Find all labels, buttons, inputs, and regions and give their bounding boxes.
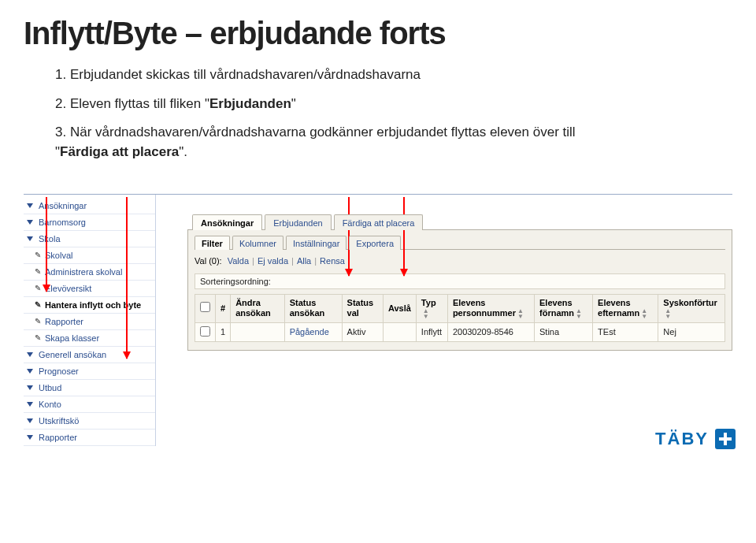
tab[interactable]: Erbjudanden (265, 214, 331, 230)
sort-icon: ▲▼ (641, 308, 647, 319)
tab[interactable]: Färdiga att placera (334, 214, 424, 230)
sidebar-item[interactable]: ✎Hantera inflytt och byte (24, 297, 155, 314)
arrow-icon (126, 197, 128, 359)
filter-tab[interactable]: Kolumner (232, 236, 284, 250)
table-header[interactable]: Ändra ansökan (231, 294, 285, 322)
selection-prefix: Val (0): (195, 256, 222, 266)
table-header: # (216, 294, 231, 322)
table-cell: 1 (216, 322, 231, 341)
content-panel: FilterKolumnerInställningarExportera Val… (187, 230, 732, 351)
brand-logo: TÄBY (655, 429, 736, 449)
table-cell: Pågående (284, 322, 342, 341)
select-all-checkbox[interactable] (200, 302, 210, 312)
app-screenshot: AnsökningarBarnomsorgSkola✎Skolval✎Admin… (24, 194, 732, 446)
chevron-down-icon (27, 369, 33, 374)
sidebar-item[interactable]: ✎Administrera skolval (24, 264, 155, 281)
sidebar-item[interactable]: ✎Skapa klasser (24, 330, 155, 347)
sort-icon: ▲▼ (517, 308, 524, 319)
wand-icon: ✎ (35, 251, 41, 259)
table-cell (383, 322, 416, 341)
chevron-down-icon (27, 418, 33, 423)
table-cell (231, 322, 285, 341)
table-header[interactable]: Elevens personnummer▲▼ (447, 294, 534, 322)
wand-icon: ✎ (35, 317, 41, 325)
row-checkbox[interactable] (200, 326, 210, 337)
sidebar-item[interactable]: ✎Skolval (24, 247, 155, 264)
status-link[interactable]: Pågående (290, 327, 329, 337)
sidebar-item[interactable]: ✎Rapporter (24, 314, 155, 330)
sidebar-item-label: Rapporter (39, 433, 77, 442)
sort-icon: ▲▼ (576, 308, 582, 319)
table-header[interactable]: Syskonförtur▲▼ (658, 294, 725, 322)
sidebar-item-label: Administrera skolval (45, 267, 122, 277)
intro-line-3: 3. När vårdnadshavaren/vårdnadshavarna g… (55, 123, 606, 162)
table-header[interactable]: Avslå (383, 294, 416, 322)
sidebar-section[interactable]: Konto (24, 396, 155, 413)
sidebar-item-label: Skolval (45, 251, 72, 260)
intro-text: 1. Erbjudandet skickas till vårdnadshava… (55, 65, 606, 162)
tab[interactable]: Ansökningar (192, 214, 262, 230)
sidebar-item-label: Utskriftskö (39, 416, 79, 426)
table-row: 1PågåendeAktivInflytt20030209-8546StinaT… (195, 322, 725, 341)
sidebar-section[interactable]: Prognoser (24, 363, 155, 380)
chevron-down-icon (27, 402, 33, 407)
sidebar-section[interactable]: Generell ansökan (24, 347, 155, 363)
chevron-down-icon (27, 236, 33, 241)
selection-link[interactable]: Alla (294, 256, 314, 266)
selection-link[interactable]: Ej valda (254, 256, 291, 266)
sidebar-item-label: Rapporter (45, 317, 83, 326)
selection-link[interactable]: Valda (224, 256, 252, 266)
sort-order-bar: Sorteringsordning: (195, 273, 725, 289)
sidebar-section[interactable]: Skola (24, 231, 155, 247)
table-header[interactable]: Typ▲▼ (416, 294, 447, 322)
table-cell (195, 322, 216, 341)
table-cell: Aktiv (342, 322, 383, 341)
filter-tab[interactable]: Filter (195, 236, 230, 250)
selection-link[interactable]: Rensa (317, 256, 348, 266)
chevron-down-icon (27, 203, 33, 208)
table-cell: Nej (658, 322, 725, 341)
table-cell: TEst (593, 322, 658, 341)
wand-icon: ✎ (35, 267, 41, 276)
brand-text: TÄBY (655, 429, 709, 449)
brand-icon (715, 429, 736, 449)
table-cell: 20030209-8546 (447, 322, 534, 341)
table-header (195, 294, 216, 322)
sidebar-item-label: Generell ansökan (39, 350, 106, 359)
wand-icon: ✎ (35, 284, 41, 292)
wand-icon: ✎ (35, 333, 41, 342)
sidebar-item-label: Skola (39, 234, 61, 244)
main-tabs: AnsökningarErbjudandenFärdiga att placer… (187, 214, 732, 230)
filter-tabs: FilterKolumnerInställningarExportera (195, 235, 725, 250)
sort-icon: ▲▼ (423, 308, 429, 319)
sidebar-item-label: Konto (39, 400, 61, 409)
table-cell: Inflytt (416, 322, 447, 341)
filter-tab[interactable]: Inställningar (286, 236, 346, 250)
sidebar-section[interactable]: Utbud (24, 380, 155, 396)
chevron-down-icon (27, 385, 33, 390)
chevron-down-icon (27, 352, 33, 357)
table-header[interactable]: Status ansökan (284, 294, 342, 322)
chevron-down-icon (27, 220, 33, 225)
arrow-icon (46, 197, 47, 292)
table-header[interactable]: Elevens efternamn▲▼ (593, 294, 658, 322)
filter-tab[interactable]: Exportera (349, 236, 401, 250)
selection-row: Val (0): Valda|Ej valda|Alla|Rensa (195, 255, 725, 270)
sidebar-section[interactable]: Ansökningar (24, 198, 155, 214)
wand-icon: ✎ (35, 300, 41, 309)
sidebar: AnsökningarBarnomsorgSkola✎Skolval✎Admin… (24, 195, 156, 446)
sidebar-item-label: Elevöversikt (45, 284, 91, 293)
chevron-down-icon (27, 435, 33, 440)
intro-line-2: 2. Eleven flyttas till fliken "Erbjudand… (55, 95, 606, 114)
sort-icon: ▲▼ (665, 308, 671, 319)
main-panel: AnsökningarErbjudandenFärdiga att placer… (156, 195, 732, 446)
table-cell: Stina (535, 322, 593, 341)
sidebar-section[interactable]: Barnomsorg (24, 214, 155, 231)
results-table: #Ändra ansökanStatus ansökanStatus valAv… (195, 294, 725, 342)
sidebar-section[interactable]: Rapporter (24, 430, 155, 446)
sidebar-item-label: Utbud (39, 383, 61, 392)
table-header[interactable]: Elevens förnamn▲▼ (535, 294, 593, 322)
sidebar-section[interactable]: Utskriftskö (24, 413, 155, 430)
table-header[interactable]: Status val (342, 294, 383, 322)
page-title: Inflytt/Byte – erbjudande forts (24, 16, 732, 51)
